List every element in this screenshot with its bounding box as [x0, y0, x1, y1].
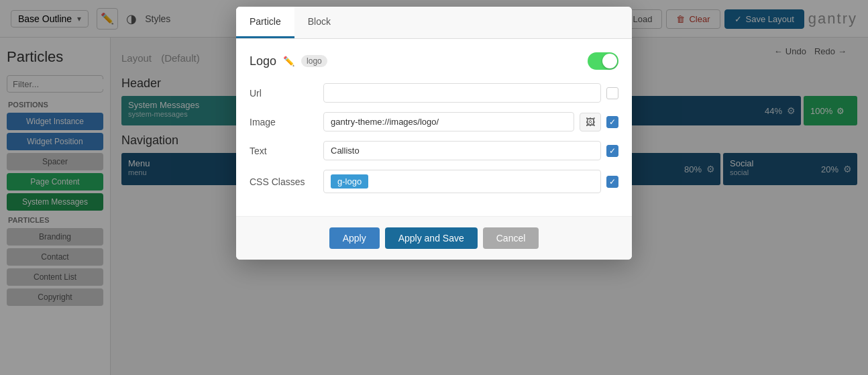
image-control-wrap: 🖼 ✓	[323, 112, 618, 131]
tab-block[interactable]: Block	[294, 7, 344, 38]
url-control-wrap	[323, 83, 618, 103]
modal-footer: Apply Apply and Save Cancel	[236, 216, 632, 260]
file-picker-button[interactable]: 🖼	[580, 113, 601, 131]
modal-overlay: Particle Block Logo ✏️ logo Url	[0, 0, 868, 375]
modal-tabs: Particle Block	[236, 7, 632, 39]
text-control-wrap: ✓	[323, 141, 618, 160]
image-field-row: Image 🖼 ✓	[250, 112, 618, 131]
url-input[interactable]	[323, 83, 601, 103]
apply-button[interactable]: Apply	[329, 227, 380, 249]
css-classes-control-wrap: g-logo ✓	[323, 170, 618, 193]
css-classes-label: CSS Classes	[250, 176, 323, 187]
css-classes-checkbox[interactable]: ✓	[606, 176, 618, 188]
text-label: Text	[250, 146, 323, 156]
toggle-slider	[588, 52, 618, 70]
image-label: Image	[250, 117, 323, 127]
modal-edit-icon[interactable]: ✏️	[283, 56, 294, 66]
css-tag: g-logo	[331, 174, 368, 189]
modal-toggle[interactable]	[588, 52, 618, 70]
url-field-row: Url	[250, 83, 618, 103]
css-classes-row: CSS Classes g-logo ✓	[250, 170, 618, 193]
text-input[interactable]	[323, 141, 601, 160]
text-checkbox[interactable]: ✓	[606, 145, 618, 157]
css-classes-input-container[interactable]: g-logo	[323, 170, 601, 193]
text-field-row: Text ✓	[250, 141, 618, 160]
tab-particle[interactable]: Particle	[236, 7, 294, 38]
url-label: Url	[250, 88, 323, 99]
cancel-button[interactable]: Cancel	[483, 227, 539, 249]
image-input[interactable]	[323, 112, 574, 131]
modal-dialog: Particle Block Logo ✏️ logo Url	[236, 7, 632, 260]
url-checkbox[interactable]	[606, 87, 618, 99]
modal-badge: logo	[301, 55, 327, 67]
modal-logo-header: Logo ✏️ logo	[250, 52, 618, 70]
apply-save-button[interactable]: Apply and Save	[385, 227, 478, 249]
image-checkbox[interactable]: ✓	[606, 116, 618, 128]
modal-title: Logo	[250, 54, 276, 68]
modal-body: Logo ✏️ logo Url Image	[236, 39, 632, 216]
